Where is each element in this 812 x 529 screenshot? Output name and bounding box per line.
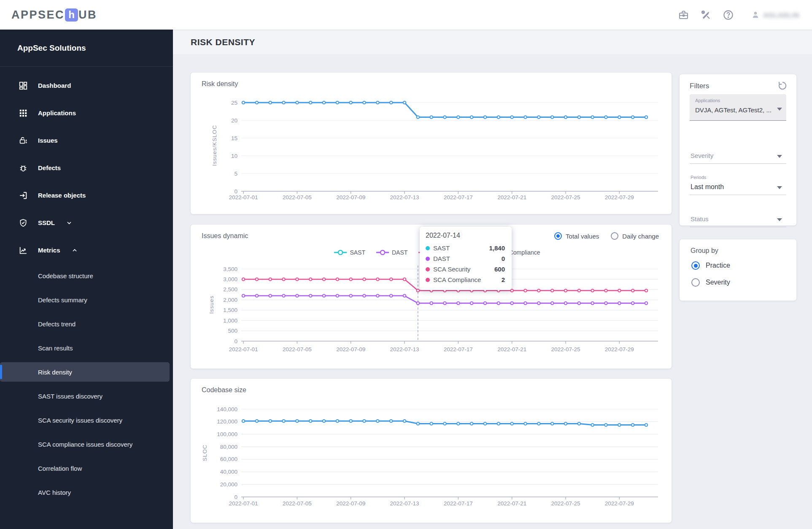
sidebar-item-release-objects[interactable]: Release objects bbox=[0, 182, 173, 209]
svg-text:0: 0 bbox=[234, 494, 237, 500]
svg-text:2022-07-01: 2022-07-01 bbox=[229, 346, 258, 353]
legend-item-sast[interactable]: SAST bbox=[334, 249, 365, 256]
release-objects-icon bbox=[19, 191, 28, 200]
sidebar-subitem-label: Correlation flow bbox=[38, 465, 82, 472]
svg-text:2022-07-01: 2022-07-01 bbox=[229, 500, 258, 507]
svg-text:500: 500 bbox=[228, 328, 237, 334]
sidebar-item-ssdl[interactable]: SSDL bbox=[0, 209, 173, 236]
tooltip-date: 2022-07-14 bbox=[426, 232, 505, 239]
svg-text:0: 0 bbox=[234, 338, 237, 345]
svg-text:2022-07-05: 2022-07-05 bbox=[283, 194, 312, 201]
radio-icon bbox=[691, 278, 700, 287]
sidebar-item-label: Release objects bbox=[38, 192, 86, 199]
sidebar-subitem-label: SAST issues discovery bbox=[38, 393, 103, 400]
sidebar-subitem-correlation-flow[interactable]: Correlation flow bbox=[0, 456, 173, 480]
applications-value: DVJA, AGTest, AGTest2, ... bbox=[695, 106, 772, 114]
tooltip-series-name: SAST bbox=[433, 244, 450, 252]
sidebar-subitem-defects-trend[interactable]: Defects trend bbox=[0, 312, 173, 336]
sidebar-item-label: SSDL bbox=[38, 219, 55, 226]
svg-text:0: 0 bbox=[234, 188, 237, 195]
applications-icon bbox=[19, 109, 28, 118]
reset-filters-icon[interactable] bbox=[777, 80, 788, 91]
toggle-total-values[interactable]: Total values bbox=[554, 232, 599, 240]
ssdl-icon bbox=[19, 218, 28, 228]
periods-select[interactable]: Last month bbox=[690, 182, 786, 195]
username: AGLADLIN bbox=[763, 11, 800, 19]
sidebar-item-issues[interactable]: Issues bbox=[0, 127, 173, 154]
chart-tooltip: 2022-07-14 SAST1,840DAST0SCA Security600… bbox=[420, 227, 512, 290]
svg-text:40,000: 40,000 bbox=[220, 469, 237, 475]
svg-text:2022-07-29: 2022-07-29 bbox=[605, 194, 634, 201]
sidebar-subitem-codebase-structure[interactable]: Codebase structure bbox=[0, 264, 173, 288]
sidebar-subitem-label: Defects trend bbox=[38, 320, 76, 328]
sidebar-item-label: Applications bbox=[38, 109, 76, 117]
toggle-daily-change[interactable]: Daily change bbox=[611, 232, 659, 240]
tooltip-row: DAST0 bbox=[426, 253, 505, 264]
legend-item-dast[interactable]: DAST bbox=[376, 249, 407, 256]
chevron-down-icon bbox=[66, 220, 73, 226]
svg-text:2022-07-09: 2022-07-09 bbox=[336, 346, 365, 353]
metrics-icon bbox=[19, 246, 28, 255]
group-by-option-practice[interactable]: Practice bbox=[691, 261, 730, 270]
sidebar-subitem-avc-history[interactable]: AVC history bbox=[0, 480, 173, 505]
sidebar-item-defects[interactable]: Defects bbox=[0, 154, 173, 182]
sidebar-subitem-defects-summary[interactable]: Defects summary bbox=[0, 288, 173, 312]
sidebar-subitem-label: Risk density bbox=[38, 369, 72, 376]
sidebar-subitem-sast-issues-discovery[interactable]: SAST issues discovery bbox=[0, 384, 173, 408]
issues-dynamic-card: Issues dynamic Total valuesDaily change … bbox=[191, 225, 672, 369]
group-by-option-severity[interactable]: Severity bbox=[691, 278, 730, 287]
svg-text:2022-07-17: 2022-07-17 bbox=[444, 194, 473, 201]
help-icon[interactable] bbox=[723, 9, 734, 21]
legend-marker-icon bbox=[376, 250, 389, 255]
svg-text:100,000: 100,000 bbox=[217, 431, 237, 437]
chevron-down-icon bbox=[777, 186, 782, 189]
codebase-size-plot[interactable]: 020,00040,00060,00080,000100,000120,0001… bbox=[191, 379, 672, 523]
svg-text:2022-07-17: 2022-07-17 bbox=[444, 346, 473, 353]
severity-select[interactable]: Severity bbox=[690, 150, 786, 164]
sidebar-subitem-sca-compliance-issues-discovery[interactable]: SCA compliance issues discovery bbox=[0, 432, 173, 456]
tools-icon[interactable] bbox=[700, 9, 712, 21]
risk-density-plot[interactable]: 05101520252022-07-012022-07-052022-07-09… bbox=[191, 73, 672, 214]
svg-text:2022-07-01: 2022-07-01 bbox=[229, 194, 258, 201]
series-dot-icon bbox=[426, 257, 430, 261]
sidebar-subitem-sca-security-issues-discovery[interactable]: SCA security issues discovery bbox=[0, 408, 173, 432]
toggle-label: Total values bbox=[566, 233, 599, 240]
logo-accent-letter: h bbox=[65, 8, 78, 22]
tooltip-series-value: 1,840 bbox=[489, 244, 505, 252]
series-dot-icon bbox=[426, 278, 430, 282]
sidebar-item-label: Metrics bbox=[38, 247, 60, 254]
tooltip-series-name: DAST bbox=[433, 255, 450, 262]
user-menu[interactable]: AGLADLIN bbox=[751, 10, 800, 19]
sidebar-subitem-scan-results[interactable]: Scan results bbox=[0, 336, 173, 360]
tooltip-series-name: SCA Compliance bbox=[433, 276, 481, 283]
page-title: RISK DENSITY bbox=[191, 37, 255, 47]
periods-value: Last month bbox=[691, 183, 724, 191]
sidebar-item-applications[interactable]: Applications bbox=[0, 99, 173, 127]
tooltip-series-value: 2 bbox=[502, 276, 505, 283]
sidebar-item-dashboard[interactable]: Dashboard bbox=[0, 72, 173, 99]
svg-text:140,000: 140,000 bbox=[217, 406, 237, 412]
applications-select[interactable]: Applications DVJA, AGTest, AGTest2, ... bbox=[690, 94, 786, 121]
sidebar-subitem-risk-density[interactable]: Risk density bbox=[0, 362, 170, 382]
svg-text:2022-07-25: 2022-07-25 bbox=[551, 194, 580, 201]
logo-text-suffix: UB bbox=[78, 8, 97, 22]
chevron-down-icon bbox=[777, 108, 782, 111]
svg-text:120,000: 120,000 bbox=[217, 418, 237, 425]
svg-text:2022-07-29: 2022-07-29 bbox=[605, 500, 634, 507]
dashboard-icon bbox=[19, 81, 28, 90]
sidebar-item-metrics[interactable]: Metrics bbox=[0, 236, 173, 264]
status-select[interactable]: Status bbox=[690, 214, 786, 227]
issues-icon bbox=[19, 136, 28, 145]
sidebar-subitem-label: Scan results bbox=[38, 345, 73, 352]
group-by-label: Severity bbox=[706, 279, 730, 286]
severity-label: Severity bbox=[691, 152, 713, 159]
risk-density-card: Risk density Issues/KSLOC 05101520252022… bbox=[191, 73, 672, 214]
svg-text:3,500: 3,500 bbox=[223, 266, 237, 272]
periods-label: Periods bbox=[691, 175, 706, 180]
sidebar-subitem-label: Codebase structure bbox=[38, 272, 93, 279]
sidebar-nav: DashboardApplicationsIssuesDefectsReleas… bbox=[0, 67, 173, 505]
svg-text:2022-07-21: 2022-07-21 bbox=[497, 346, 526, 353]
svg-text:2022-07-25: 2022-07-25 bbox=[551, 346, 580, 353]
sidebar-subitem-label: SCA security issues discovery bbox=[38, 417, 122, 424]
briefcase-icon[interactable] bbox=[678, 9, 689, 21]
